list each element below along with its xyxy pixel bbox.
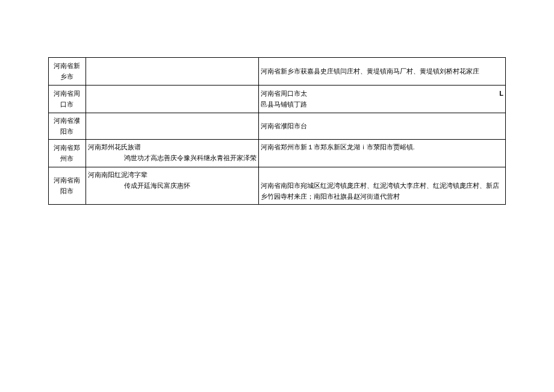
middle-cell [86,86,258,113]
city-cell: 河南省南阳市 [49,167,86,205]
middle-cell [86,113,258,140]
table-row: 河南省郑州市 河南郑州花氏族谱 鸿世功才高志善庆令豫兴科继永青祖开家泽荣 河南省… [49,140,506,167]
city-cell: 河南省周口市 [49,86,86,113]
middle-text-line1: 河南南阳红泥湾字辈 [88,170,257,181]
middle-cell: 河南南阳红泥湾字辈 传成开廷海民富庆惠怀 [86,167,258,205]
right-text-line1: 河南省周口市太 [261,89,307,99]
table-row: 河南省濮阳市 河南省濮阳市台 [49,113,506,140]
city-cell: 河南省濮阳市 [49,113,86,140]
city-cell: 河南省新乡市 [49,58,86,86]
right-cell: 河南省南阳市宛城区红泥湾镇庞庄村、红泥湾镇大李庄村、红泥湾镇庞庄村、新店乡竹园寺… [258,167,505,205]
table-row: 河南省新乡市 河南省新乡市获嘉县史庄镇闫庄村、黄堤镇南马厂村、黄堤镇刘桥村花家庄 [49,58,506,86]
middle-text-line2: 传成开廷海民富庆惠怀 [88,181,257,191]
middle-text-line1: 河南郑州花氏族谱 [88,142,257,153]
right-cell: 河南省周口市太 L 邑县马铺镇丁路 [258,86,505,113]
table-row: 河南省南阳市 河南南阳红泥湾字辈 传成开廷海民富庆惠怀 河南省南阳市宛城区红泥湾… [49,167,506,205]
middle-cell: 河南郑州花氏族谱 鸿世功才高志善庆令豫兴科继永青祖开家泽荣 [86,140,258,167]
right-cell: 河南省新乡市获嘉县史庄镇闫庄村、黄堤镇南马厂村、黄堤镇刘桥村花家庄 [258,58,505,86]
badge-letter: L [499,89,503,99]
middle-cell [86,58,258,86]
city-cell: 河南省郑州市 [49,140,86,167]
middle-text-line2: 鸿世功才高志善庆令豫兴科继永青祖开家泽荣 [88,153,257,164]
right-cell: 河南省郑州市新１市郑东新区龙湖ｉ市荥阳市贾峪镇. [258,140,505,167]
right-text-line2: 邑县马铺镇丁路 [261,99,503,110]
genealogy-table: 河南省新乡市 河南省新乡市获嘉县史庄镇闫庄村、黄堤镇南马厂村、黄堤镇刘桥村花家庄… [48,57,506,205]
table-row: 河南省周口市 河南省周口市太 L 邑县马铺镇丁路 [49,86,506,113]
right-cell: 河南省濮阳市台 [258,113,505,140]
